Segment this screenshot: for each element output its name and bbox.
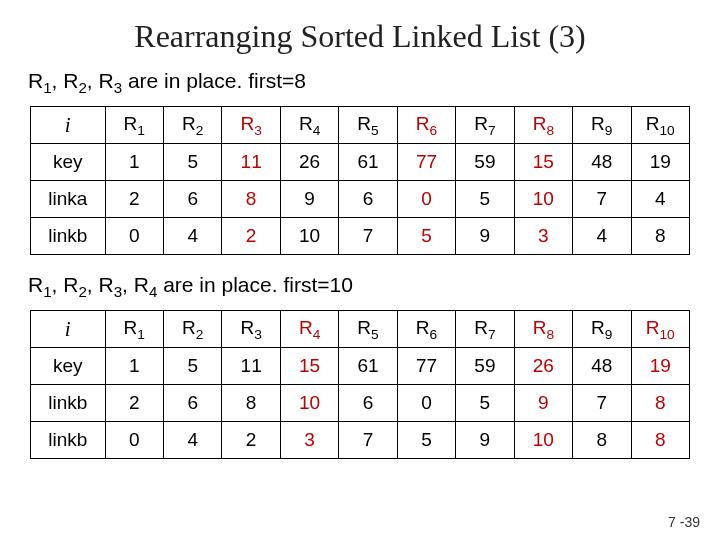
table-row: i R1 R2 R3 R4 R5 R6 R7 R8 R9 R10: [31, 311, 690, 348]
cell: 48: [573, 348, 631, 385]
cell: 9: [456, 218, 514, 255]
table-row: key 1 5 11 15 61 77 59 26 48 19: [31, 348, 690, 385]
row-label: linkb: [31, 218, 106, 255]
slide-title: Rearranging Sorted Linked List (3): [24, 18, 696, 55]
table-row: linkb 2 6 8 10 6 0 5 9 7 8: [31, 385, 690, 422]
cell: 2: [105, 181, 163, 218]
table-2: i R1 R2 R3 R4 R5 R6 R7 R8 R9 R10 key 1 5…: [30, 310, 690, 459]
cell: 10: [280, 385, 338, 422]
cell: 19: [631, 144, 690, 181]
cell: 7: [339, 218, 397, 255]
col-header: R5: [339, 107, 397, 144]
col-header: R6: [397, 107, 455, 144]
cell: 6: [339, 181, 397, 218]
cell: 3: [280, 422, 338, 459]
col-header: R4: [280, 311, 338, 348]
col-header: R7: [456, 107, 514, 144]
col-header: R9: [573, 107, 631, 144]
col-header: R8: [514, 311, 572, 348]
cell: 4: [164, 422, 222, 459]
col-header-i: i: [31, 311, 106, 348]
cell: 5: [164, 348, 222, 385]
cell: 0: [397, 181, 455, 218]
table-row: i R1 R2 R3 R4 R5 R6 R7 R8 R9 R10: [31, 107, 690, 144]
cell: 77: [397, 144, 455, 181]
cell: 8: [222, 181, 280, 218]
caption-2: R1, R2, R3, R4 are in place. first=10: [28, 273, 696, 300]
cell: 8: [631, 422, 690, 459]
cell: 10: [514, 422, 572, 459]
cell: 8: [631, 385, 690, 422]
cell: 6: [339, 385, 397, 422]
col-header-i: i: [31, 107, 106, 144]
col-header: R9: [573, 311, 631, 348]
cell: 4: [164, 218, 222, 255]
cell: 15: [280, 348, 338, 385]
cell: 5: [164, 144, 222, 181]
cell: 6: [164, 385, 222, 422]
col-header: R3: [222, 311, 280, 348]
col-header: R7: [456, 311, 514, 348]
cell: 2: [222, 218, 280, 255]
col-header: R3: [222, 107, 280, 144]
cell: 5: [456, 181, 514, 218]
cell: 1: [105, 144, 163, 181]
table-1: i R1 R2 R3 R4 R5 R6 R7 R8 R9 R10 key 1 5…: [30, 106, 690, 255]
row-label: linkb: [31, 385, 106, 422]
cell: 8: [222, 385, 280, 422]
row-label: linkb: [31, 422, 106, 459]
table-row: linka 2 6 8 9 6 0 5 10 7 4: [31, 181, 690, 218]
cell: 26: [514, 348, 572, 385]
cell: 11: [222, 348, 280, 385]
col-header: R10: [631, 107, 690, 144]
cell: 59: [456, 348, 514, 385]
cell: 1: [105, 348, 163, 385]
page-number: 7 -39: [668, 514, 700, 530]
col-header: R5: [339, 311, 397, 348]
caption-1: R1, R2, R3 are in place. first=8: [28, 69, 696, 96]
cell: 26: [280, 144, 338, 181]
cell: 48: [573, 144, 631, 181]
cell: 5: [456, 385, 514, 422]
cell: 77: [397, 348, 455, 385]
cell: 0: [105, 218, 163, 255]
col-header: R6: [397, 311, 455, 348]
row-label: key: [31, 348, 106, 385]
col-header: R1: [105, 311, 163, 348]
cell: 10: [280, 218, 338, 255]
row-label: key: [31, 144, 106, 181]
cell: 3: [514, 218, 572, 255]
row-label: linka: [31, 181, 106, 218]
cell: 8: [631, 218, 690, 255]
cell: 4: [631, 181, 690, 218]
col-header: R1: [105, 107, 163, 144]
cell: 10: [514, 181, 572, 218]
cell: 59: [456, 144, 514, 181]
cell: 2: [222, 422, 280, 459]
cell: 61: [339, 348, 397, 385]
cell: 4: [573, 218, 631, 255]
cell: 11: [222, 144, 280, 181]
col-header: R10: [631, 311, 690, 348]
table-row: linkb 0 4 2 3 7 5 9 10 8 8: [31, 422, 690, 459]
cell: 9: [280, 181, 338, 218]
cell: 15: [514, 144, 572, 181]
cell: 0: [105, 422, 163, 459]
cell: 2: [105, 385, 163, 422]
cell: 5: [397, 218, 455, 255]
col-header: R2: [164, 311, 222, 348]
cell: 7: [573, 181, 631, 218]
cell: 9: [514, 385, 572, 422]
cell: 5: [397, 422, 455, 459]
cell: 0: [397, 385, 455, 422]
table-row: key 1 5 11 26 61 77 59 15 48 19: [31, 144, 690, 181]
cell: 9: [456, 422, 514, 459]
col-header: R2: [164, 107, 222, 144]
col-header: R8: [514, 107, 572, 144]
cell: 61: [339, 144, 397, 181]
cell: 6: [164, 181, 222, 218]
table-row: linkb 0 4 2 10 7 5 9 3 4 8: [31, 218, 690, 255]
cell: 7: [339, 422, 397, 459]
cell: 7: [573, 385, 631, 422]
cell: 19: [631, 348, 690, 385]
